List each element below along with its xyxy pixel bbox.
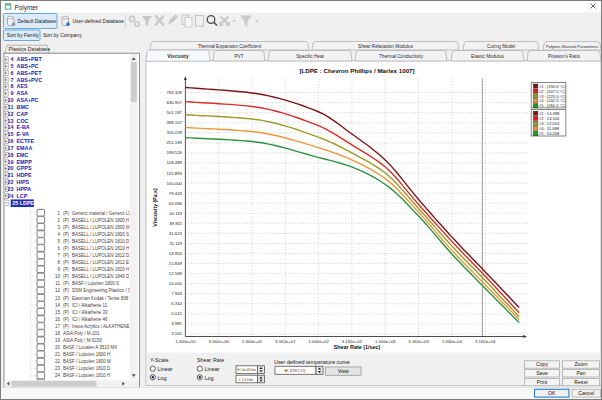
svg-text:(P): (P) [63, 296, 70, 301]
svg-text:GPPS: GPPS [17, 165, 32, 171]
svg-text:Copy: Copy [536, 361, 548, 367]
svg-text:Elastic Modulus: Elastic Modulus [471, 54, 504, 59]
svg-text:HIPS: HIPS [17, 179, 30, 185]
svg-text:6.310: 6.310 [171, 301, 182, 306]
svg-text:17: 17 [55, 324, 61, 329]
svg-text:(P): (P) [63, 310, 70, 315]
svg-text:9: 9 [11, 90, 14, 96]
svg-text:15.849: 15.849 [169, 261, 183, 266]
svg-text:Sort by Company: Sort by Company [43, 32, 82, 38]
svg-text:EMAA: EMAA [17, 145, 33, 151]
svg-text:L: 1.0 1/sec: L: 1.0 1/sec [239, 378, 254, 382]
svg-text:BASF / Lupolen 1800 M: BASF / Lupolen 1800 M [63, 359, 111, 364]
svg-text:EMPP: EMPP [17, 159, 33, 165]
svg-text:18: 18 [55, 331, 61, 336]
svg-text:View: View [338, 368, 349, 374]
svg-text:Generic material / Generic LDP: Generic material / Generic LDPE [72, 211, 138, 216]
svg-text:12.589: 12.589 [169, 271, 183, 276]
svg-text:1.000e+00: 1.000e+00 [175, 339, 196, 344]
svg-text:BASF / Lupolen 1800 H: BASF / Lupolen 1800 H [63, 352, 110, 357]
svg-text:Cancel: Cancel [578, 390, 594, 396]
svg-text:8: 8 [11, 83, 14, 89]
svg-text:79.433: 79.433 [169, 191, 183, 196]
svg-text:14: 14 [55, 303, 61, 308]
svg-text:17: 17 [8, 145, 14, 151]
svg-text:BASF / Lucalen A 3510 MX: BASF / Lucalen A 3510 MX [63, 345, 117, 350]
svg-text:18: 18 [8, 152, 14, 158]
svg-text:Thermal Expansion Coefficient: Thermal Expansion Coefficient [198, 44, 262, 49]
svg-text:User defined temperature curve: User defined temperature curve [274, 359, 350, 365]
svg-text:EMC: EMC [17, 152, 29, 158]
svg-text:Log: Log [205, 375, 214, 381]
svg-text:LCP: LCP [17, 193, 28, 199]
svg-text:Specific Heat: Specific Heat [296, 54, 324, 59]
svg-text:(P): (P) [63, 317, 70, 322]
svg-text:15: 15 [8, 131, 14, 137]
svg-text:(P): (P) [63, 253, 70, 258]
svg-text:63.096: 63.096 [169, 201, 183, 206]
svg-text:(P): (P) [63, 303, 70, 308]
svg-text:(P): (P) [63, 288, 70, 293]
svg-text:20: 20 [55, 345, 61, 350]
svg-text:BASF / Lupolen 1810 H: BASF / Lupolen 1810 H [63, 373, 110, 378]
svg-text:25.119: 25.119 [169, 241, 182, 246]
svg-text:100.000: 100.000 [166, 181, 182, 186]
svg-text:Pan: Pan [576, 370, 585, 376]
svg-text:Zoom: Zoom [574, 361, 587, 367]
svg-text:Shear Relaxation Modulus: Shear Relaxation Modulus [358, 44, 414, 49]
svg-text:630.957: 630.957 [166, 100, 182, 105]
svg-text:BASELL / LUPOLEN 1820 H: BASELL / LUPOLEN 1820 H [72, 267, 129, 272]
svg-text:(P): (P) [63, 232, 70, 237]
svg-text:BASELL / LUPOLEN 1810 H: BASELL / LUPOLEN 1810 H [72, 246, 129, 251]
svg-text:ABS+PC: ABS+PC [17, 63, 39, 69]
svg-text:ICI / Alkathene 33: ICI / Alkathene 33 [72, 310, 108, 315]
svg-text:ICI / Alkathene 46: ICI / Alkathene 46 [72, 317, 108, 322]
svg-text:125.893: 125.893 [166, 171, 182, 176]
svg-text:Log: Log [158, 375, 167, 381]
svg-text:4: 4 [11, 56, 14, 62]
svg-text:BASELL / LUPOLEN 1840 D: BASELL / LUPOLEN 1840 D [72, 274, 130, 279]
svg-text:HDPE: HDPE [17, 172, 32, 178]
svg-text:Y-Scale: Y-Scale [150, 357, 168, 363]
svg-text:3.981: 3.981 [171, 321, 182, 326]
svg-text:(P): (P) [63, 281, 70, 286]
svg-text:Save: Save [536, 370, 548, 376]
svg-text:1.000e+03: 1.000e+03 [375, 339, 396, 344]
svg-text:50.119: 50.119 [169, 211, 182, 216]
svg-text:BASELL / LUPOLEN 1800 M: BASELL / LUPOLEN 1800 M [72, 225, 130, 230]
svg-text:3.162e+00: 3.162e+00 [208, 339, 229, 344]
svg-text:251.189: 251.189 [166, 140, 182, 145]
svg-text:Polymer-Material Parameters: Polymer-Material Parameters [546, 44, 598, 49]
svg-text:BASF / Lupolen 1810 D: BASF / Lupolen 1810 D [63, 366, 111, 371]
svg-text:ABS+PET: ABS+PET [17, 70, 43, 76]
svg-text:16: 16 [55, 317, 61, 322]
svg-text:HPPA: HPPA [17, 186, 32, 192]
svg-text:BASELL / LUPOLEN 1812 D: BASELL / LUPOLEN 1812 D [72, 253, 130, 258]
svg-text:PVT: PVT [234, 54, 243, 59]
svg-text:Print: Print [537, 379, 548, 385]
svg-text:1.000e+02: 1.000e+02 [308, 339, 329, 344]
svg-text:Sort by Family: Sort by Family [7, 32, 39, 38]
svg-text:ECTFE: ECTFE [17, 138, 35, 144]
svg-text:22: 22 [8, 179, 14, 185]
svg-text:(P): (P) [63, 267, 70, 272]
svg-text:#5 : (260.0 °C): #5 : (260.0 °C) [539, 103, 566, 108]
svg-text:COC: COC [17, 118, 29, 124]
svg-text:Poisson's Ratio: Poisson's Ratio [548, 54, 581, 59]
svg-text:User-defined Database: User-defined Database [73, 18, 125, 24]
svg-text:BASELL / LUPOLEN 1812 E: BASELL / LUPOLEN 1812 E [72, 260, 129, 265]
svg-text:OK: OK [548, 390, 556, 396]
svg-text:ABS+PBT: ABS+PBT [17, 56, 43, 62]
svg-text:23: 23 [8, 186, 14, 192]
svg-text:Thermal Conductivity: Thermal Conductivity [379, 54, 424, 59]
svg-text:31.623: 31.623 [169, 231, 183, 236]
svg-text:H: 1.0e+06 1/sec: H: 1.0e+06 1/sec [238, 368, 257, 372]
svg-text:25 LDPE: 25 LDPE [12, 200, 34, 206]
svg-text:Eastman Kodak / Tenite 808: Eastman Kodak / Tenite 808 [72, 296, 129, 301]
svg-text:Reset: Reset [574, 379, 588, 385]
svg-text:19.953: 19.953 [169, 251, 183, 256]
svg-text:Ineos Acrylics / ALKATHENE 11: Ineos Acrylics / ALKATHENE 11 [72, 324, 136, 329]
svg-text:21: 21 [8, 172, 14, 178]
svg-text:Plastics Database: Plastics Database [9, 46, 51, 52]
svg-text:Curing Model: Curing Model [487, 44, 515, 49]
